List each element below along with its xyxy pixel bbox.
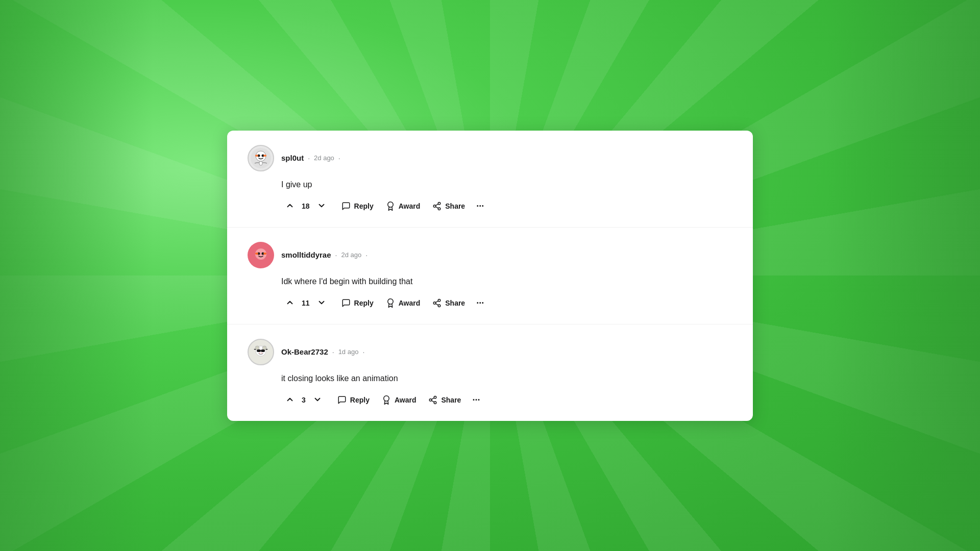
reply-label-3: Reply — [350, 396, 370, 404]
award-button-3[interactable]: Award — [377, 392, 422, 408]
svg-point-7 — [387, 202, 393, 208]
svg-line-39 — [432, 398, 434, 399]
comment-1-actions: 18 Reply — [281, 198, 732, 215]
more-button-3[interactable]: ··· — [468, 392, 484, 408]
share-button-1[interactable]: Share — [427, 198, 470, 214]
comment-2-dot: · — [335, 251, 337, 259]
background-blur-right — [827, 0, 980, 551]
comment-2-actions: 11 Reply — [281, 295, 732, 312]
svg-line-38 — [432, 400, 434, 402]
svg-point-28 — [262, 346, 266, 350]
comment-1-timestamp: 2d ago — [314, 154, 334, 162]
award-label-3: Award — [395, 396, 416, 404]
comment-1-meta: spl0ut · 2d ago · — [281, 154, 340, 162]
svg-rect-6 — [259, 161, 262, 165]
vote-count-2: 11 — [302, 299, 310, 307]
avatar-ok-bear2732 — [248, 339, 274, 365]
reply-label-1: Reply — [354, 202, 374, 210]
downvote-button-2[interactable] — [313, 295, 330, 312]
reply-button-2[interactable]: Reply — [336, 295, 379, 311]
comments-card: spl0ut · 2d ago · I give up 18 — [227, 131, 753, 421]
comment-1-header: spl0ut · 2d ago · — [248, 145, 732, 171]
share-label-3: Share — [441, 396, 461, 404]
comment-3-body: it closing looks like an animation 3 — [248, 372, 732, 409]
svg-point-18 — [263, 253, 266, 255]
avatar-smolltiddyrae — [248, 242, 274, 268]
svg-line-11 — [436, 207, 438, 208]
reply-button-1[interactable]: Reply — [336, 198, 379, 214]
share-label-2: Share — [445, 299, 465, 307]
upvote-button-2[interactable] — [281, 295, 299, 312]
svg-point-33 — [261, 353, 262, 354]
award-label-2: Award — [399, 299, 421, 307]
comment-2-timestamp: 2d ago — [341, 251, 361, 259]
comment-1-dot: · — [308, 154, 310, 162]
share-button-3[interactable]: Share — [423, 392, 466, 408]
reply-button-3[interactable]: Reply — [332, 392, 375, 408]
comment-3-dot: · — [332, 348, 334, 356]
svg-line-23 — [436, 304, 438, 305]
comment-3-username[interactable]: Ok-Bear2732 — [281, 347, 328, 356]
comment-2-username[interactable]: smolltiddyrae — [281, 251, 331, 259]
comment-3-meta: Ok-Bear2732 · 1d ago · — [281, 347, 364, 356]
vote-count-1: 18 — [302, 202, 310, 210]
downvote-button-3[interactable] — [309, 392, 326, 409]
comment-1-body: I give up 18 — [248, 179, 732, 215]
downvote-button-1[interactable] — [313, 198, 330, 215]
more-button-2[interactable]: ··· — [472, 295, 488, 311]
comment-3-vote-group: 3 — [281, 392, 326, 409]
upvote-button-3[interactable] — [281, 392, 299, 409]
comment-1-vote-group: 18 — [281, 198, 330, 215]
comment-2-body: Idk where I'd begin with building that 1… — [248, 276, 732, 312]
comment-3-dot2: · — [362, 348, 364, 356]
comment-3-header: Ok-Bear2732 · 1d ago · — [248, 339, 732, 365]
comment-3-text: it closing looks like an animation — [281, 372, 732, 385]
svg-line-24 — [436, 301, 438, 303]
upvote-button-1[interactable] — [281, 198, 299, 215]
comment-3-actions: 3 Reply — [281, 392, 732, 409]
award-label-1: Award — [399, 202, 421, 210]
svg-rect-30 — [261, 349, 265, 352]
reply-label-2: Reply — [354, 299, 374, 307]
comment-2-text: Idk where I'd begin with building that — [281, 276, 732, 288]
comment-1-dot2: · — [338, 154, 340, 162]
comment-2-dot2: · — [365, 251, 368, 259]
svg-point-17 — [255, 253, 258, 255]
vote-count-3: 3 — [302, 396, 306, 404]
svg-rect-29 — [257, 349, 261, 352]
comment-2: smolltiddyrae · 2d ago · Idk where I'd b… — [227, 228, 753, 324]
comment-1-text: I give up — [281, 179, 732, 191]
comment-1-username[interactable]: spl0ut — [281, 154, 304, 162]
svg-point-5 — [263, 155, 266, 157]
svg-point-4 — [255, 155, 258, 157]
share-label-1: Share — [445, 202, 465, 210]
comment-2-header: smolltiddyrae · 2d ago · — [248, 242, 732, 268]
award-button-2[interactable]: Award — [381, 295, 426, 311]
svg-point-19 — [387, 299, 393, 305]
svg-point-27 — [255, 346, 259, 350]
comment-3-timestamp: 1d ago — [338, 348, 359, 356]
more-button-1[interactable]: ··· — [472, 198, 488, 214]
award-button-1[interactable]: Award — [381, 198, 426, 214]
svg-point-32 — [259, 353, 260, 354]
comment-2-vote-group: 11 — [281, 295, 330, 312]
avatar-spl0ut — [248, 145, 274, 171]
comment-3: Ok-Bear2732 · 1d ago · it closing looks … — [227, 324, 753, 421]
svg-point-34 — [384, 396, 389, 402]
svg-line-12 — [436, 204, 438, 206]
comment-1: spl0ut · 2d ago · I give up 18 — [227, 131, 753, 228]
comment-2-meta: smolltiddyrae · 2d ago · — [281, 251, 368, 259]
share-button-2[interactable]: Share — [427, 295, 470, 311]
background-blur-left — [0, 0, 153, 551]
